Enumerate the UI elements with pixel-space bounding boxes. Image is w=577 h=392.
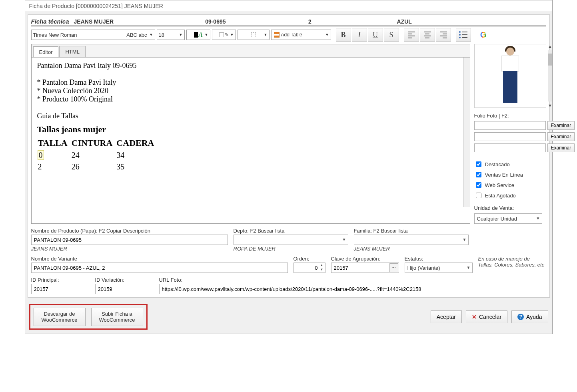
clave-input-wrap: ⋯ [331,263,399,273]
font-color-button[interactable]: A ▼ [186,30,210,40]
editor-bullet: * Pantalon Dama Pavi Italy [37,78,464,87]
descargar-woo-button[interactable]: Descargar de WooCommerce [34,308,86,326]
scroll-down-icon: ▼ [548,103,552,108]
header-color: AZUL [357,18,451,25]
depto-select[interactable]: ▼ [234,235,348,245]
editor-guia: Guia de Tallas [37,112,464,120]
orden-spinner[interactable]: ▲▼ [293,263,325,273]
editor-scrollbar[interactable] [463,58,470,207]
product-thumbnail[interactable] [474,44,546,108]
clave-browse-button[interactable]: ⋯ [389,263,398,272]
close-icon: ✕ [472,314,477,320]
folio-input-3[interactable] [474,143,546,152]
folio-input-1[interactable] [474,121,546,130]
examinar-button-1[interactable]: Examinar [547,121,575,130]
rich-text-toolbar: Times New Roman ABC abc ▼ 18▼ A ▼ ✎ ▼ [31,28,546,42]
header-name: JEANS MUJER [74,18,168,25]
url-foto-label: URL Foto: [159,277,546,283]
align-right-button[interactable] [436,28,451,42]
nombre-variante-label: Nombre de Variante [31,256,288,262]
estatus-select[interactable]: Hijo (Variante)▼ [405,263,473,273]
subir-woo-button[interactable]: Subir Ficha a WooCommerce [91,308,143,326]
woocommerce-highlight: Descargar de WooCommerce Subir Ficha a W… [29,304,148,330]
nombre-papa-hint: JEANS MUJER [31,246,228,252]
size-table: TALLA CINTURA CADERA 0 24 34 2 26 35 [37,136,158,173]
url-foto-input[interactable] [159,284,546,294]
aceptar-button[interactable]: Aceptar [431,310,462,323]
orden-label: Orden: [293,256,325,262]
webservice-check[interactable]: Web Service [474,181,546,189]
product-dialog: Ficha de Producto [00000000024251] JEANS… [25,0,553,334]
table-row: 2 26 35 [38,161,158,172]
unidad-venta-label: Unidad de Venta: [474,205,546,211]
tab-html[interactable]: HTML [59,46,85,57]
size-table-title: Tallas jeans mujer [37,124,464,135]
familia-select[interactable]: ▼ [354,235,469,245]
header-sku: 09-0695 [168,18,263,25]
familia-hint: JEANS MUJER [354,246,469,252]
ayuda-button[interactable]: ? Ayuda [511,310,548,323]
ficha-tecnica-label: Ficha técnica [31,18,69,25]
depto-label: Depto: F2 Buscar lista [234,228,348,234]
editor-title-line: Pantalon Dama Pavi Italy 09-0695 [37,62,464,70]
add-table-button[interactable]: Add Table ▼ [271,30,331,40]
unidad-venta-select[interactable]: Cualquier Unidad▼ [474,213,542,224]
id-principal-input[interactable] [31,284,91,294]
examinar-button-2[interactable]: Examinar [547,132,575,141]
align-left-button[interactable] [404,28,419,42]
dialog-footer: Descargar de WooCommerce Subir Ficha a W… [25,300,552,334]
bullets-button[interactable] [456,28,471,42]
tab-editor[interactable]: Editor [33,46,59,58]
folio-foto-label: Folio Foto | F2: [474,113,546,119]
editor-body[interactable]: Pantalon Dama Pavi Italy 09-0695 * Panta… [32,57,470,207]
agotado-check[interactable]: Esta Agotado [474,191,546,199]
font-family-select[interactable]: Times New Roman ABC abc ▼ [31,30,155,40]
nombre-papa-label: Nombre de Producto (Papa): F2 Copiar Des… [31,228,228,234]
folio-input-2[interactable] [474,132,546,141]
estatus-label: Estatus: [405,256,473,262]
nombre-variante-input[interactable] [31,263,288,273]
help-icon: ? [517,314,524,320]
dialog-content: Ficha técnica JEANS MUJER 09-0695 2 AZUL… [28,14,550,298]
cancelar-button[interactable]: ✕ Cancelar [466,310,507,323]
align-center-button[interactable] [420,28,435,42]
right-pane: ▲ ▼ Folio Foto | F2: Examinar Examinar E… [474,44,546,224]
font-size-select[interactable]: 18▼ [157,30,185,40]
id-variacion-input[interactable] [95,284,155,294]
manejo-hint: En caso de manejo de Tallas, Colores, Sa… [478,256,546,268]
table-row: 0 24 34 [38,150,158,161]
mannequin-icon [494,46,526,106]
nombre-papa-input[interactable] [31,235,228,245]
familia-label: Familia: F2 Buscar lista [354,228,469,234]
editor-bullet: * Nueva Colección 2020 [37,87,464,95]
highlight-color-button[interactable]: ✎ ▼ [212,30,236,40]
ventas-check[interactable]: Ventas En Línea [474,171,546,179]
header-qty: 2 [263,18,357,25]
editor-tabs: Editor HTML [32,44,470,57]
clave-label: Clave de Agrupación: [331,256,399,262]
examinar-button-3[interactable]: Examinar [547,143,575,152]
google-button[interactable]: G [476,28,491,42]
scroll-up-icon: ▲ [548,44,552,49]
strike-button[interactable]: S [384,28,399,42]
id-principal-label: ID Principal: [31,277,91,283]
clave-input[interactable] [331,263,399,273]
editor-pane: Editor HTML Pantalon Dama Pavi Italy 09-… [31,44,470,224]
ficha-header: Ficha técnica JEANS MUJER 09-0695 2 AZUL [31,18,546,26]
thumbnail-scrollbar[interactable]: ▲ ▼ [547,44,553,108]
bold-button[interactable]: B [336,28,351,42]
depto-hint: ROPA DE MUJER [234,246,348,252]
table-icon [274,32,280,38]
id-variacion-label: ID Variación: [95,277,155,283]
window-title: Ficha de Producto [00000000024251] JEANS… [25,0,552,12]
underline-button[interactable]: U [368,28,383,42]
italic-button[interactable]: I [352,28,367,42]
editor-bullet: * Producto 100% Original [37,95,464,103]
destacado-check[interactable]: Destacado [474,160,546,168]
style-select[interactable]: ▼ [238,30,270,40]
